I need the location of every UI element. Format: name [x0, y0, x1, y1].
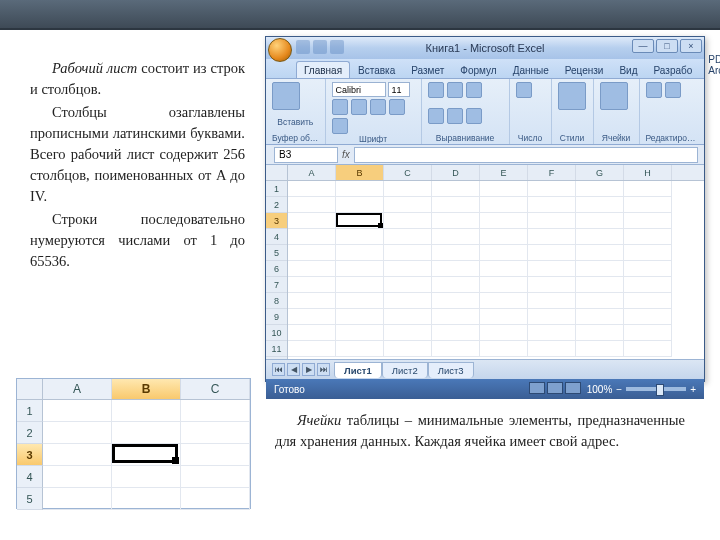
tab-formulas[interactable]: Формул [452, 61, 504, 78]
fragment-col-header[interactable]: B [112, 379, 181, 399]
text-block-left: Рабочий лист состоит из строк и столбцов… [30, 58, 245, 272]
sheet-nav-next[interactable]: ▶ [302, 363, 315, 376]
sheet-tab-bar: ⏮ ◀ ▶ ⏭ Лист1 Лист2 Лист3 [266, 359, 704, 379]
term-worksheet: Рабочий лист [52, 60, 137, 76]
close-button[interactable]: × [680, 39, 702, 53]
sheet-tab[interactable]: Лист2 [382, 362, 428, 378]
select-all-corner[interactable] [266, 165, 287, 181]
fragment-col-header[interactable]: C [181, 379, 250, 399]
font-name-select[interactable]: Calibri [332, 82, 386, 97]
row-header[interactable]: 4 [266, 229, 287, 245]
sheet-tab[interactable]: Лист1 [334, 362, 382, 378]
p2: Столбцы озаглавлены прописными латинским… [30, 102, 245, 207]
group-styles: Стили [558, 133, 587, 143]
align-c-icon[interactable] [447, 108, 463, 124]
fragment-active-cell[interactable] [112, 444, 178, 463]
tab-layout[interactable]: Размет [403, 61, 452, 78]
col-header[interactable]: D [432, 165, 480, 180]
tab-review[interactable]: Рецензи [557, 61, 612, 78]
ribbon-tabs: Главная Вставка Размет Формул Данные Рец… [266, 59, 704, 79]
slide-top-band [0, 0, 720, 30]
sum-icon[interactable] [646, 82, 662, 98]
row-header[interactable]: 1 [266, 181, 287, 197]
fragment-row-header[interactable]: 2 [17, 422, 43, 444]
cells-icon[interactable] [600, 82, 628, 110]
align-tc-icon[interactable] [447, 82, 463, 98]
status-bar: Готово 100% − + [266, 379, 704, 399]
row-header[interactable]: 6 [266, 261, 287, 277]
align-tl-icon[interactable] [428, 82, 444, 98]
group-font: Шрифт [332, 134, 415, 143]
titlebar: Книга1 - Microsoft Excel — □ × [266, 37, 704, 59]
row-header[interactable]: 11 [266, 341, 287, 357]
fragment-row-header[interactable]: 3 [17, 444, 43, 466]
fx-icon[interactable]: fx [342, 149, 350, 160]
fragment-row-header[interactable]: 4 [17, 466, 43, 488]
styles-icon[interactable] [558, 82, 586, 110]
bold-icon[interactable] [332, 99, 348, 115]
fragment-col-header[interactable]: A [43, 379, 112, 399]
tab-home[interactable]: Главная [296, 61, 350, 78]
quick-access-toolbar[interactable] [296, 40, 344, 54]
term-cells: Ячейки [297, 412, 341, 428]
zoom-in[interactable]: + [690, 384, 696, 395]
paste-icon[interactable] [272, 82, 300, 110]
sheet-tab[interactable]: Лист3 [428, 362, 474, 378]
worksheet-grid[interactable]: 1 2 3 4 5 6 7 8 9 10 11 A B C D E F G H [266, 165, 704, 359]
row-header[interactable]: 3 [266, 213, 287, 229]
fragment-row-header[interactable]: 5 [17, 488, 43, 510]
row-header[interactable]: 8 [266, 293, 287, 309]
maximize-button[interactable]: □ [656, 39, 678, 53]
p3: Строки последовательно нумеруются числам… [30, 209, 245, 272]
align-r-icon[interactable] [466, 108, 482, 124]
fragment-row-header[interactable]: 1 [17, 400, 43, 422]
row-header[interactable]: 5 [266, 245, 287, 261]
zoom-slider[interactable] [626, 387, 686, 391]
sheet-nav-prev[interactable]: ◀ [287, 363, 300, 376]
status-text: Готово [274, 384, 305, 395]
col-header[interactable]: G [576, 165, 624, 180]
italic-icon[interactable] [351, 99, 367, 115]
percent-icon[interactable] [516, 82, 532, 98]
col-header[interactable]: H [624, 165, 672, 180]
col-header[interactable]: F [528, 165, 576, 180]
row-header[interactable]: 7 [266, 277, 287, 293]
name-box[interactable]: B3 [274, 147, 338, 163]
excel-window: Книга1 - Microsoft Excel — □ × Главная В… [265, 36, 705, 382]
group-cells: Ячейки [600, 133, 633, 143]
tab-insert[interactable]: Вставка [350, 61, 403, 78]
col-header[interactable]: B [336, 165, 384, 180]
window-title: Книга1 - Microsoft Excel [426, 42, 545, 54]
col-header[interactable]: E [480, 165, 528, 180]
zoom-label: 100% [587, 384, 613, 395]
align-tr-icon[interactable] [466, 82, 482, 98]
tab-data[interactable]: Данные [505, 61, 557, 78]
paste-label: Вставить [277, 117, 313, 127]
text-block-right: Ячейки таблицы – минимальные элементы, п… [275, 410, 685, 452]
underline-icon[interactable] [370, 99, 386, 115]
row-header[interactable]: 10 [266, 325, 287, 341]
sheet-nav-last[interactable]: ⏭ [317, 363, 330, 376]
view-buttons[interactable] [529, 382, 583, 396]
border-icon[interactable] [389, 99, 405, 115]
office-button[interactable] [268, 38, 292, 62]
fill-icon[interactable] [332, 118, 348, 134]
formula-bar[interactable] [354, 147, 698, 163]
row-header[interactable]: 2 [266, 197, 287, 213]
fragment-corner[interactable] [17, 379, 43, 399]
align-l-icon[interactable] [428, 108, 444, 124]
sheet-nav-first[interactable]: ⏮ [272, 363, 285, 376]
grid-fragment: A B C 1 2 3 4 5 [16, 378, 251, 509]
sort-icon[interactable] [665, 82, 681, 98]
tab-view[interactable]: Вид [611, 61, 645, 78]
minimize-button[interactable]: — [632, 39, 654, 53]
row-header[interactable]: 9 [266, 309, 287, 325]
group-align: Выравнивание [428, 133, 503, 143]
col-header[interactable]: A [288, 165, 336, 180]
zoom-out[interactable]: − [616, 384, 622, 395]
formula-bar-row: B3 fx [266, 145, 704, 165]
font-size-select[interactable]: 11 [388, 82, 410, 97]
col-header[interactable]: C [384, 165, 432, 180]
group-editing: Редактирован... [646, 133, 698, 143]
tab-developer[interactable]: Разрабо [646, 61, 701, 78]
